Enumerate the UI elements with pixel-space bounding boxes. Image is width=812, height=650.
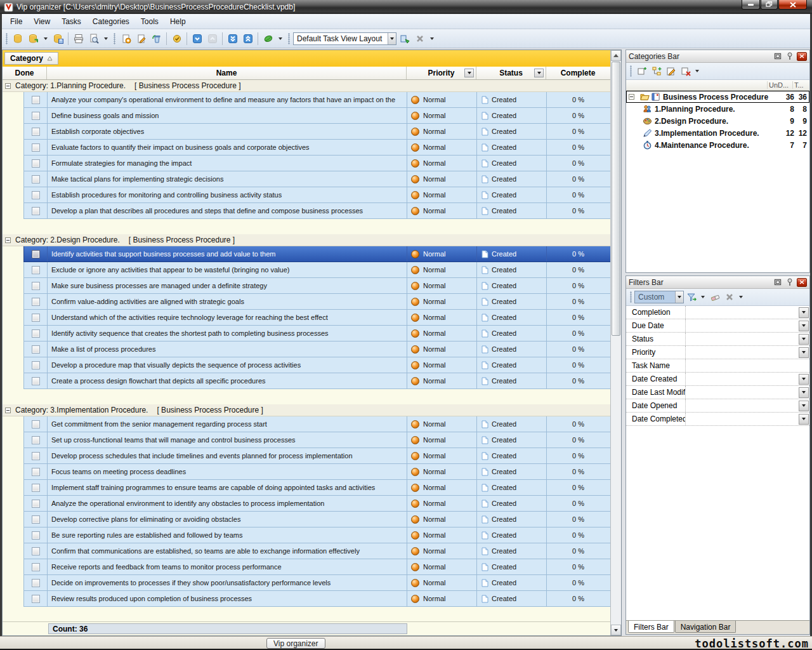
task-complete-cell[interactable]: 0 % [547, 124, 610, 139]
new-database-button[interactable] [11, 31, 25, 46]
task-checkbox[interactable] [32, 191, 40, 199]
task-status-cell[interactable]: Created [477, 527, 547, 543]
task-name-cell[interactable]: Understand which of the activities requi… [48, 310, 407, 325]
task-status-cell[interactable]: Created [477, 357, 547, 373]
collapse-group-icon[interactable] [5, 408, 11, 413]
task-name-cell[interactable]: Define business goals and mission [48, 108, 407, 123]
task-checkbox[interactable] [32, 266, 40, 274]
task-checkbox[interactable] [32, 531, 40, 540]
task-done-cell[interactable] [24, 575, 48, 590]
task-done-cell[interactable] [24, 294, 48, 309]
complete-task-button[interactable] [169, 31, 184, 46]
filter-dropdown-button[interactable] [799, 334, 809, 345]
notifications-button[interactable] [261, 31, 275, 46]
category-tree-item[interactable]: 1.Planning Procedure.88 [626, 103, 809, 115]
save-database-button[interactable] [51, 31, 65, 46]
task-checkbox[interactable] [32, 484, 40, 492]
column-header-priority[interactable]: Priority [407, 67, 476, 79]
task-status-cell[interactable]: Created [477, 326, 547, 341]
menu-view[interactable]: View [28, 15, 56, 29]
task-complete-cell[interactable]: 0 % [547, 373, 610, 388]
task-checkbox[interactable] [32, 436, 40, 444]
task-priority-cell[interactable]: Normal [407, 326, 477, 341]
task-done-cell[interactable] [24, 357, 48, 373]
task-complete-cell[interactable]: 0 % [547, 416, 610, 432]
task-name-cell[interactable]: Establish corporate objectives [48, 124, 407, 139]
task-done-cell[interactable] [24, 171, 48, 187]
task-status-cell[interactable]: Created [477, 591, 547, 606]
task-done-cell[interactable] [24, 262, 48, 277]
filter-value-field[interactable] [686, 386, 799, 399]
task-view-layout-combo[interactable]: Default Task View Layout [293, 32, 396, 45]
move-to-bottom-button[interactable] [225, 31, 240, 46]
task-complete-cell[interactable]: 0 % [547, 140, 610, 155]
task-row[interactable]: Develop a procedure map that visually de… [23, 357, 610, 373]
panel-pin-icon[interactable] [785, 52, 795, 61]
task-checkbox[interactable] [32, 298, 40, 306]
filter-value-field[interactable] [686, 359, 809, 372]
task-checkbox[interactable] [32, 468, 40, 476]
task-complete-cell[interactable]: 0 % [547, 543, 610, 559]
task-priority-cell[interactable]: Normal [407, 140, 477, 155]
panel-close-icon[interactable] [797, 52, 807, 61]
task-checkbox[interactable] [32, 361, 40, 369]
task-priority-cell[interactable]: Normal [407, 373, 477, 388]
task-complete-cell[interactable]: 0 % [547, 171, 610, 187]
panel-close-icon[interactable] [797, 278, 807, 287]
task-complete-cell[interactable]: 0 % [547, 464, 610, 479]
scroll-up-button[interactable] [611, 50, 621, 61]
task-complete-cell[interactable]: 0 % [547, 559, 610, 574]
task-complete-cell[interactable]: 0 % [547, 203, 610, 218]
task-checkbox[interactable] [32, 377, 40, 385]
task-row[interactable]: Make sure business processes are managed… [23, 278, 610, 294]
task-row[interactable]: Receive reports and feedback from teams … [23, 559, 610, 575]
task-complete-cell[interactable]: 0 % [547, 448, 610, 463]
task-priority-cell[interactable]: Normal [407, 171, 477, 187]
task-priority-cell[interactable]: Normal [407, 496, 477, 511]
task-complete-cell[interactable]: 0 % [547, 326, 610, 341]
delete-task-button[interactable] [149, 31, 164, 46]
panel-pin-icon[interactable] [785, 278, 795, 287]
minimize-button[interactable] [742, 0, 760, 10]
task-status-cell[interactable]: Created [477, 373, 547, 388]
task-status-cell[interactable]: Created [477, 92, 547, 107]
task-name-cell[interactable]: Evaluate factors to quantify their impac… [48, 140, 407, 155]
filter-dropdown-button[interactable] [799, 347, 809, 358]
task-done-cell[interactable] [24, 543, 48, 559]
task-done-cell[interactable] [24, 496, 48, 511]
task-status-cell[interactable]: Created [477, 156, 547, 171]
task-row[interactable]: Develop corrective plans for eliminating… [23, 512, 610, 527]
task-status-cell[interactable]: Created [477, 432, 547, 448]
task-priority-cell[interactable]: Normal [407, 262, 477, 277]
task-checkbox[interactable] [32, 329, 40, 338]
task-status-cell[interactable]: Created [477, 246, 547, 262]
task-complete-cell[interactable]: 0 % [547, 156, 610, 171]
task-checkbox[interactable] [32, 345, 40, 354]
chevron-down-icon[interactable] [388, 33, 396, 44]
task-row[interactable]: Decide on improvements to processes if t… [23, 575, 610, 591]
task-status-cell[interactable]: Created [477, 496, 547, 511]
dropdown-caret-icon[interactable] [695, 70, 699, 72]
task-priority-cell[interactable]: Normal [407, 156, 477, 171]
move-down-button[interactable] [190, 31, 204, 46]
task-checkbox[interactable] [32, 452, 40, 460]
chevron-down-icon[interactable] [675, 291, 683, 303]
new-task-button[interactable] [119, 31, 133, 46]
task-status-cell[interactable]: Created [477, 559, 547, 574]
task-name-cell[interactable]: Review results produced upon completion … [48, 591, 407, 606]
task-priority-cell[interactable]: Normal [407, 448, 477, 463]
task-name-cell[interactable]: Receive reports and feedback from teams … [48, 559, 407, 574]
scrollbar-thumb[interactable] [612, 62, 620, 336]
task-status-cell[interactable]: Created [477, 416, 547, 432]
menu-categories[interactable]: Categories [87, 15, 135, 29]
task-done-cell[interactable] [24, 278, 48, 293]
task-done-cell[interactable] [24, 92, 48, 107]
task-done-cell[interactable] [24, 124, 48, 139]
task-priority-cell[interactable]: Normal [407, 527, 477, 543]
column-header-name[interactable]: Name [47, 67, 407, 79]
filter-dropdown-button[interactable] [799, 401, 809, 411]
task-done-cell[interactable] [24, 310, 48, 325]
task-name-cell[interactable]: Decide on improvements to processes if t… [48, 575, 407, 590]
filter-dropdown-button[interactable] [799, 321, 809, 331]
task-name-cell[interactable]: Exclude or ignore any activities that ap… [48, 262, 407, 277]
